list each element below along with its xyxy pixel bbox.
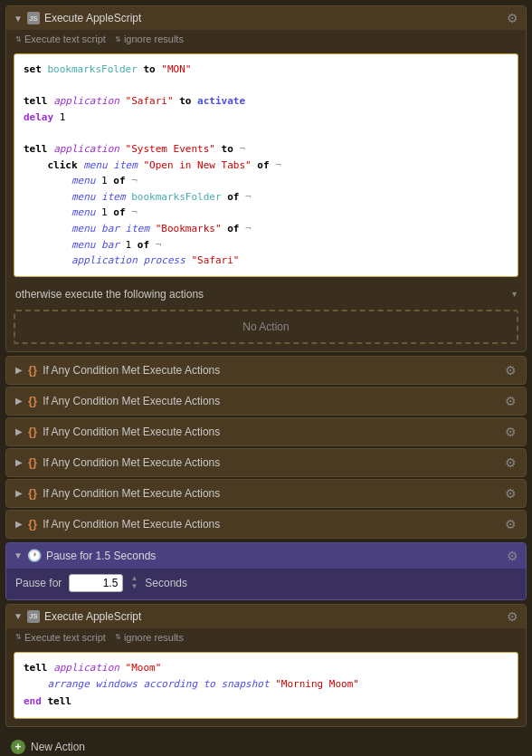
condition-label-2: If Any Condition Met Execute Actions <box>43 395 220 407</box>
bottom-ignore-arrow: ⇅ <box>115 633 121 641</box>
curly-icon-1: {} <box>28 363 37 377</box>
code-line-6: tell application "System Events" to ¬ <box>24 141 508 158</box>
condition-row-4[interactable]: ▶ {} If Any Condition Met Execute Action… <box>5 448 527 477</box>
code-line-1: set bookmarksFolder to "MON" <box>24 62 508 78</box>
header-left: ▼ JS Execute AppleScript <box>14 12 141 24</box>
pause-collapse-arrow[interactable]: ▼ <box>14 550 23 560</box>
code-line-7: click menu item "Open in New Tabs" of ¬ <box>24 158 508 174</box>
main-container: ▼ JS Execute AppleScript ⚙ ⇅ Execute tex… <box>0 5 532 756</box>
top-applescript-block: ▼ JS Execute AppleScript ⚙ ⇅ Execute tex… <box>5 5 527 352</box>
no-action-area: No Action <box>14 310 518 344</box>
cond-gear-3[interactable]: ⚙ <box>505 425 517 439</box>
code-line-11: menu bar item "Bookmarks" of ¬ <box>24 221 508 237</box>
condition-label-6: If Any Condition Met Execute Actions <box>43 518 220 531</box>
applescript-icon-top: JS <box>27 12 40 24</box>
bottom-gear-icon[interactable]: ⚙ <box>507 609 518 624</box>
no-action-label: No Action <box>242 321 289 333</box>
bottom-ignore-results-label: ignore results <box>124 632 184 643</box>
code-line-10: menu 1 of ¬ <box>24 205 508 221</box>
pause-title: Pause for 1.5 Seconds <box>46 550 156 562</box>
cond-arrow-1: ▶ <box>15 365 23 375</box>
cond-gear-1[interactable]: ⚙ <box>505 363 517 378</box>
condition-row-5[interactable]: ▶ {} If Any Condition Met Execute Action… <box>5 479 527 508</box>
condition-left-4: ▶ {} If Any Condition Met Execute Action… <box>15 455 220 469</box>
cond-arrow-3: ▶ <box>15 426 23 436</box>
top-applescript-title: Execute AppleScript <box>44 12 141 24</box>
stepper-down[interactable]: ▼ <box>130 583 138 591</box>
pause-value-input[interactable] <box>69 574 123 592</box>
pause-for-label: Pause for <box>15 577 62 589</box>
condition-label-3: If Any Condition Met Execute Actions <box>43 426 220 438</box>
pause-header: ▼ 🕐 Pause for 1.5 Seconds ⚙ <box>6 543 526 569</box>
cond-gear-2[interactable]: ⚙ <box>505 394 517 408</box>
cond-gear-4[interactable]: ⚙ <box>505 455 517 470</box>
code-line-8: menu 1 of ¬ <box>24 173 508 189</box>
bottom-applescript-header: ▼ JS Execute AppleScript ⚙ <box>6 605 526 628</box>
cond-arrow-6: ▶ <box>15 519 23 529</box>
otherwise-row: otherwise execute the following actions … <box>6 282 526 306</box>
condition-row-1[interactable]: ▶ {} If Any Condition Met Execute Action… <box>5 356 527 385</box>
otherwise-label: otherwise execute the following actions <box>15 288 204 301</box>
condition-left-3: ▶ {} If Any Condition Met Execute Action… <box>15 425 220 438</box>
cond-gear-6[interactable]: ⚙ <box>505 517 517 531</box>
bottom-applescript-title: Execute AppleScript <box>44 610 141 623</box>
pause-gear-icon[interactable]: ⚙ <box>507 549 518 563</box>
otherwise-arrow[interactable]: ▾ <box>512 289 517 299</box>
pause-header-left: ▼ 🕐 Pause for 1.5 Seconds <box>14 549 156 562</box>
collapse-arrow-bottom[interactable]: ▼ <box>14 611 23 621</box>
execute-text-label: Execute text script <box>24 33 106 44</box>
code-line-blank2 <box>24 125 508 141</box>
bottom-execute-arrow: ⇅ <box>15 633 22 641</box>
code-line-4: delay 1 <box>24 110 508 126</box>
curly-icon-3: {} <box>28 425 37 438</box>
condition-label-5: If Any Condition Met Execute Actions <box>43 487 220 500</box>
code-line-3: tell application "Safari" to activate <box>24 93 508 110</box>
ignore-results-option[interactable]: ⇅ ignore results <box>115 33 184 44</box>
condition-label-4: If Any Condition Met Execute Actions <box>43 456 220 469</box>
code-line-blank1 <box>24 78 508 94</box>
execute-arrow: ⇅ <box>15 35 22 43</box>
new-action-label: New Action <box>31 741 85 753</box>
execute-text-option[interactable]: ⇅ Execute text script <box>15 33 106 44</box>
condition-label-1: If Any Condition Met Execute Actions <box>43 364 220 377</box>
bottom-applescript-block: ▼ JS Execute AppleScript ⚙ ⇅ Execute tex… <box>5 604 527 727</box>
clock-icon: 🕐 <box>27 549 42 562</box>
pause-stepper[interactable]: ▲ ▼ <box>130 575 138 591</box>
cond-arrow-5: ▶ <box>15 488 23 498</box>
pause-content: Pause for ▲ ▼ Seconds <box>6 569 526 599</box>
top-code-area[interactable]: set bookmarksFolder to "MON" tell applic… <box>14 53 518 277</box>
condition-row-6[interactable]: ▶ {} If Any Condition Met Execute Action… <box>5 510 527 539</box>
bottom-code-area[interactable]: tell application "Moom" arrange windows … <box>14 652 518 719</box>
bottom-code-line-3: end tell <box>24 694 508 711</box>
ignore-results-label: ignore results <box>124 33 184 44</box>
curly-icon-4: {} <box>28 455 37 469</box>
cond-gear-5[interactable]: ⚙ <box>505 486 517 501</box>
bottom-code-line-1: tell application "Moom" <box>24 660 508 677</box>
top-gear-icon[interactable]: ⚙ <box>507 11 518 25</box>
bottom-ignore-results-option[interactable]: ⇅ ignore results <box>115 632 184 643</box>
condition-left-2: ▶ {} If Any Condition Met Execute Action… <box>15 394 220 407</box>
code-line-9: menu item bookmarksFolder of ¬ <box>24 189 508 206</box>
curly-icon-5: {} <box>28 486 37 500</box>
condition-left-5: ▶ {} If Any Condition Met Execute Action… <box>15 486 220 500</box>
new-action-row[interactable]: + New Action <box>0 731 532 756</box>
cond-arrow-4: ▶ <box>15 457 23 467</box>
new-action-plus-icon: + <box>11 740 25 754</box>
condition-left-6: ▶ {} If Any Condition Met Execute Action… <box>15 517 220 531</box>
bottom-execute-text-option[interactable]: ⇅ Execute text script <box>15 632 106 643</box>
bottom-execute-text-label: Execute text script <box>24 632 106 643</box>
pause-block: ▼ 🕐 Pause for 1.5 Seconds ⚙ Pause for ▲ … <box>5 542 527 600</box>
condition-row-2[interactable]: ▶ {} If Any Condition Met Execute Action… <box>5 387 527 416</box>
code-line-13: application process "Safari" <box>24 253 508 269</box>
applescript-icon-bottom: JS <box>27 610 40 623</box>
curly-icon-2: {} <box>28 394 37 407</box>
bottom-sub-header: ⇅ Execute text script ⇅ ignore results <box>6 628 526 646</box>
condition-row-3[interactable]: ▶ {} If Any Condition Met Execute Action… <box>5 417 527 446</box>
cond-arrow-2: ▶ <box>15 396 23 406</box>
ignore-arrow: ⇅ <box>115 35 121 43</box>
bottom-code-line-2: arrange windows according to snapshot "M… <box>24 676 508 694</box>
top-sub-header: ⇅ Execute text script ⇅ ignore results <box>6 30 526 48</box>
top-applescript-header: ▼ JS Execute AppleScript ⚙ <box>6 6 526 30</box>
collapse-arrow-top[interactable]: ▼ <box>14 14 23 24</box>
curly-icon-6: {} <box>28 517 37 531</box>
